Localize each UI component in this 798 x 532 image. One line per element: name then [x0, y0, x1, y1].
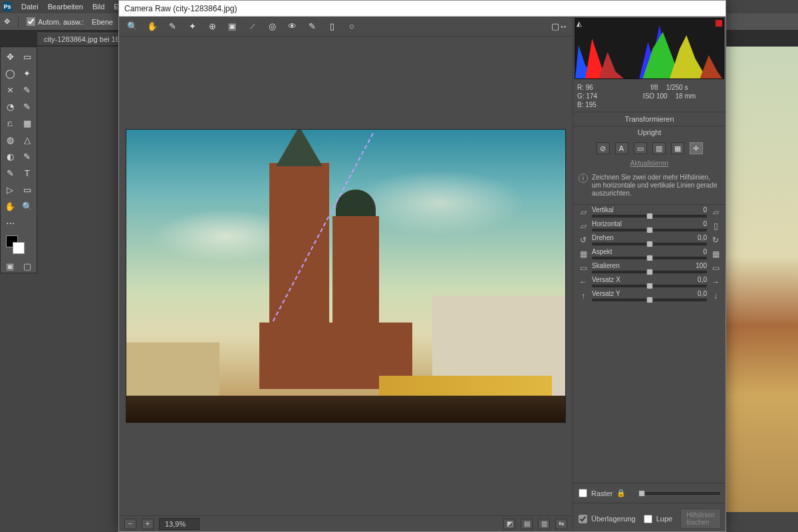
slider-icon-right: ▭	[710, 263, 722, 273]
slider-vertikal: ▱Vertikal0▱	[573, 205, 726, 219]
slider-skalieren: ▭Skalieren100▭	[573, 261, 726, 275]
loupe-label: Lupe	[656, 515, 672, 523]
slider-label: Aspekt	[592, 248, 612, 255]
move-tool-icon[interactable]: ✥	[4, 17, 10, 26]
cr-redeye-icon[interactable]: 👁	[285, 20, 299, 33]
cr-hand-tool-icon[interactable]: ✋	[146, 20, 159, 33]
loupe-checkbox[interactable]	[644, 515, 652, 523]
slider-aspekt: ▦Aspekt0▦	[573, 247, 726, 261]
upright-off-button[interactable]: ⊘	[597, 142, 610, 154]
tool-eraser-icon[interactable]: ◍	[2, 132, 19, 148]
slider-versatz-x: ←Versatz X0,0→	[573, 275, 726, 289]
overlay-checkbox[interactable]	[579, 515, 587, 523]
tool-move-icon[interactable]: ✥	[2, 49, 19, 65]
camera-raw-statusbar: − + 13,9% ◩ ▤ ▥ ⇆	[119, 515, 573, 531]
compare-mode1-icon[interactable]: ◩	[503, 519, 515, 529]
slider-icon-right: ▦	[710, 249, 722, 259]
slider-value[interactable]: 0	[703, 206, 707, 213]
cr-crop-icon[interactable]: ▣	[225, 20, 239, 33]
slider-label: Versatz Y	[592, 290, 620, 297]
camera-raw-preview[interactable]	[119, 37, 573, 515]
upright-full-button[interactable]: ▦	[671, 142, 684, 154]
cr-target-icon[interactable]: ⊕	[205, 20, 219, 33]
tool-eyedropper-icon[interactable]: ✎	[19, 82, 36, 98]
slider-track[interactable]	[592, 229, 707, 231]
clear-guides-button[interactable]: Hilfslinien löschen	[680, 509, 721, 529]
slider-value[interactable]: 0,0	[698, 290, 707, 297]
info-icon: i	[579, 174, 588, 183]
tool-shape-icon[interactable]: ▭	[19, 182, 36, 198]
camera-raw-titlebar[interactable]: Camera Raw (city-1283864.jpg)	[119, 1, 726, 17]
upright-guided-button[interactable]: ✛	[690, 142, 703, 154]
zoom-in-button[interactable]: +	[142, 519, 154, 529]
tool-zoom-icon[interactable]: 🔍	[19, 198, 36, 214]
tool-extra1-icon[interactable]: ⋯	[2, 215, 19, 231]
slider-track[interactable]	[592, 257, 707, 259]
update-link[interactable]: Aktualisieren	[573, 158, 726, 171]
tool-crop-icon[interactable]: ⨯	[2, 82, 19, 98]
slider-track[interactable]	[592, 215, 707, 217]
tool-lasso-icon[interactable]: ◯	[2, 65, 19, 81]
slider-value[interactable]: 0,0	[698, 234, 707, 241]
tool-wand-icon[interactable]: ✦	[19, 65, 36, 81]
screenmode-icon[interactable]: ▢	[23, 261, 31, 271]
auto-select-label: Autom. ausw.:	[38, 18, 84, 26]
cr-straighten-icon[interactable]: ⟋	[245, 20, 259, 33]
tool-history-icon[interactable]: ▦	[19, 115, 36, 131]
auto-select-checkbox[interactable]: Autom. ausw.:	[27, 17, 84, 26]
slider-value[interactable]: 100	[696, 262, 707, 269]
cr-colorsampler-icon[interactable]: ✦	[186, 20, 199, 33]
tool-type-icon[interactable]: T	[19, 165, 36, 181]
cr-preview-toggle-icon[interactable]: ▢↔	[553, 20, 566, 33]
histogram[interactable]: ◭	[575, 18, 724, 79]
upright-auto-button[interactable]: A	[615, 142, 628, 154]
swap-icon[interactable]: ⇆	[555, 519, 567, 529]
layer-dropdown[interactable]: Ebene	[92, 18, 113, 26]
slider-icon-left: ↑	[577, 291, 589, 301]
cr-spot-icon[interactable]: ◎	[265, 20, 279, 33]
slider-value[interactable]: 0	[703, 220, 707, 227]
tool-palette: ✥ ▭ ◯ ✦ ⨯ ✎ ◔ ✎ ⎌ ▦ ◍ △ ◐ ✎ ✎ T ▷ ▭ ✋ 🔍 …	[0, 47, 37, 273]
upright-vertical-button[interactable]: ▥	[652, 142, 666, 154]
menu-datei[interactable]: Datei	[21, 3, 39, 11]
cr-radfilter-icon[interactable]: ○	[345, 20, 358, 33]
camera-raw-window: Camera Raw (city-1283864.jpg) 🔍 ✋ ✎ ✦ ⊕ …	[118, 0, 726, 532]
slider-icon-right: →	[710, 277, 722, 287]
tool-path-icon[interactable]: ▷	[2, 182, 19, 198]
cr-zoom-tool-icon[interactable]: 🔍	[126, 20, 139, 33]
raster-slider[interactable]	[638, 492, 720, 495]
slider-track[interactable]	[592, 243, 707, 245]
raster-checkbox[interactable]	[579, 489, 587, 497]
tool-blur-icon[interactable]: ◐	[2, 148, 19, 164]
upright-level-button[interactable]: ▭	[634, 142, 647, 154]
slider-track[interactable]	[592, 285, 707, 287]
compare-mode2-icon[interactable]: ▤	[521, 519, 533, 529]
slider-value[interactable]: 0	[703, 248, 707, 255]
cr-gradfilter-icon[interactable]: ▯	[325, 20, 338, 33]
zoom-out-button[interactable]: −	[124, 519, 136, 529]
cr-whitebalance-icon[interactable]: ✎	[166, 20, 179, 33]
tool-pen-icon[interactable]: ✎	[2, 165, 19, 181]
tool-dodge-icon[interactable]: ✎	[19, 148, 36, 164]
compare-mode3-icon[interactable]: ▥	[538, 519, 550, 529]
tool-stamp-icon[interactable]: ⎌	[2, 115, 19, 131]
slider-track[interactable]	[592, 299, 707, 301]
menu-bearbeiten[interactable]: Bearbeiten	[48, 3, 83, 11]
slider-value[interactable]: 0,0	[698, 276, 707, 283]
cr-adjbrush-icon[interactable]: ✎	[305, 20, 319, 33]
background-color-icon[interactable]	[13, 242, 25, 254]
quickmask-icon[interactable]: ▣	[6, 261, 14, 271]
menu-bild[interactable]: Bild	[92, 3, 104, 11]
tool-brush-icon[interactable]: ✎	[19, 98, 36, 114]
tool-hand-icon[interactable]: ✋	[2, 198, 19, 214]
tool-gradient-icon[interactable]: △	[19, 132, 36, 148]
tool-heal-icon[interactable]: ◔	[2, 98, 19, 114]
zoom-level-dropdown[interactable]: 13,9%	[159, 518, 200, 530]
tool-marquee-icon[interactable]: ▭	[19, 49, 36, 65]
slider-icon-left: ▭	[577, 263, 589, 273]
overlay-label: Überlagerung	[591, 515, 636, 523]
color-swatches[interactable]	[2, 231, 35, 258]
slider-track[interactable]	[592, 271, 707, 273]
slider-horizontal: ▱Horizontal0▯	[573, 219, 726, 233]
slider-icon-left: ▦	[577, 249, 589, 259]
